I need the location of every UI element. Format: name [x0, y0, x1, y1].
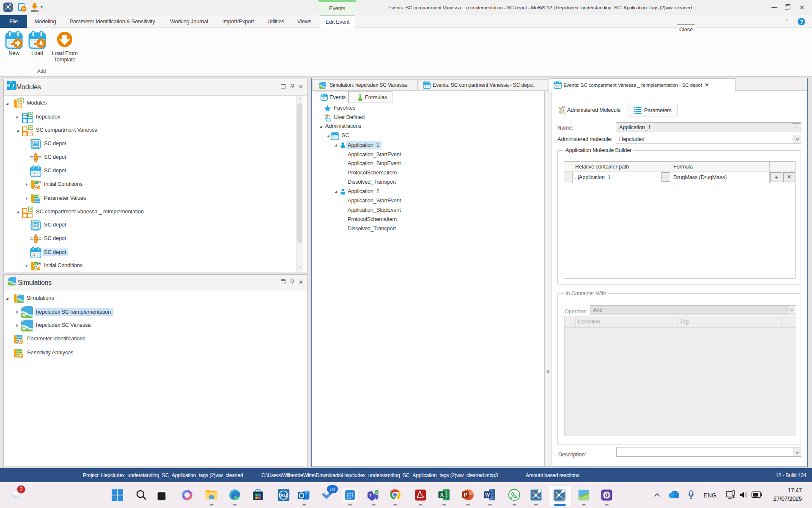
svg-text:2: 2 [20, 486, 23, 492]
svg-text:?: ? [800, 19, 803, 25]
svg-text:DєLL: DєLL [279, 493, 288, 497]
svg-text:30: 30 [330, 487, 335, 492]
svg-text:T: T [369, 493, 372, 497]
svg-text:W: W [485, 492, 490, 497]
svg-text:P: P [464, 492, 467, 498]
